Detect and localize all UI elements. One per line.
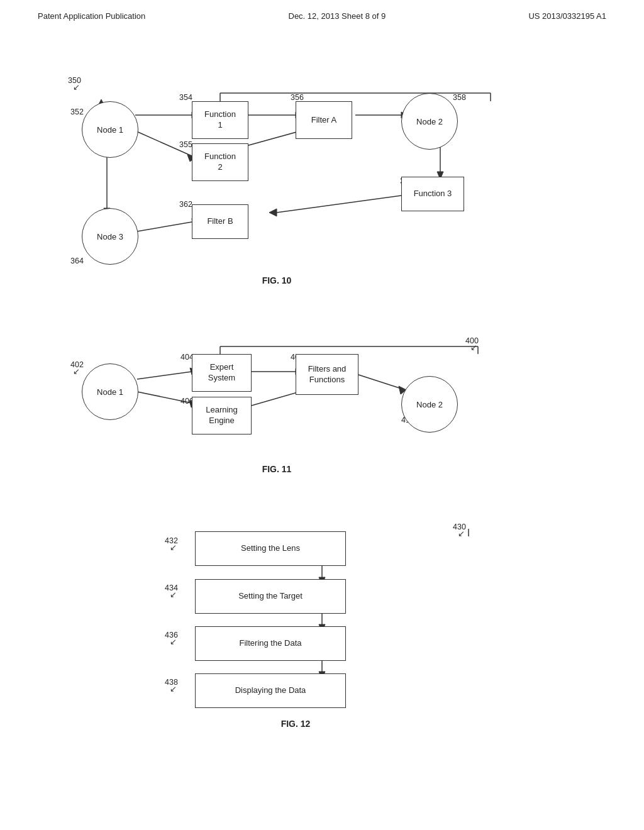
fig10-diagram: 350 ↙ 354 355 356 358 352 360 362 364 No…: [0, 33, 644, 304]
header-middle: Dec. 12, 2013 Sheet 8 of 9: [289, 11, 386, 21]
fig12-step2-label: Setting the Target: [238, 591, 303, 602]
fig11-learning-label: LearningEngine: [206, 405, 238, 426]
fig10-filterB-label: Filter B: [207, 216, 233, 227]
fig10-label-356: 356: [291, 93, 304, 102]
fig11-node1-label: Node 1: [97, 387, 123, 397]
fig10-label-355: 355: [179, 140, 192, 149]
fig12-step4-label: Displaying the Data: [235, 685, 306, 696]
svg-marker-13: [269, 209, 277, 216]
svg-line-12: [277, 194, 415, 213]
svg-line-16: [137, 222, 192, 231]
fig10-node3: Node 3: [82, 208, 138, 265]
fig11-node2-label: Node 2: [416, 400, 443, 409]
fig10-label-354: 354: [179, 93, 192, 102]
fig12-step1-label: Setting the Lens: [241, 543, 300, 554]
fig10-label-358: 358: [453, 93, 466, 102]
page: Patent Application Publication Dec. 12, …: [0, 0, 644, 830]
fig11-node2: Node 2: [401, 376, 458, 433]
page-header: Patent Application Publication Dec. 12, …: [0, 0, 644, 27]
fig10-func2-label: Function2: [204, 152, 236, 173]
fig10-node2-label: Node 2: [416, 117, 443, 126]
fig10-filterA: Filter A: [296, 101, 352, 139]
fig12-step3: Filtering the Data: [195, 626, 346, 661]
fig12-step4: Displaying the Data: [195, 673, 346, 708]
fig10-filterB: Filter B: [192, 204, 248, 239]
fig11-caption: FIG. 11: [214, 464, 340, 474]
fig11-expert-label: ExpertSystem: [208, 362, 235, 384]
fig10-func2: Function2: [192, 143, 248, 181]
fig10-func1: Function1: [192, 101, 248, 139]
fig11-filters-label: Filters andFunctions: [308, 364, 347, 385]
svg-line-30: [358, 375, 401, 389]
fig12-step3-label: Filtering the Data: [240, 638, 302, 649]
header-right: US 2013/0332195 A1: [528, 11, 606, 21]
fig11-node1: Node 1: [82, 363, 138, 420]
fig11-expert: ExpertSystem: [192, 354, 252, 392]
fig12-step2: Setting the Target: [195, 579, 346, 614]
svg-line-22: [137, 372, 192, 379]
fig12-caption: FIG. 12: [233, 719, 358, 729]
fig10-node3-label: Node 3: [97, 232, 123, 241]
fig11-diagram: 400 ↙ 402 ↙ 404 406 408 410 Node 1 Exper…: [0, 304, 644, 511]
fig10-label-364: 364: [70, 257, 84, 265]
fig10-label-352: 352: [70, 108, 84, 116]
fig10-func1-label: Function1: [204, 109, 236, 131]
fig10-label-362: 362: [179, 200, 192, 209]
fig10-caption: FIG. 10: [214, 275, 340, 285]
header-left: Patent Application Publication: [38, 11, 145, 21]
fig10-func3-label: Function 3: [414, 189, 452, 199]
fig10-func3: Function 3: [401, 177, 464, 211]
fig10-node1-label: Node 1: [97, 125, 123, 135]
fig10-node2: Node 2: [401, 93, 458, 150]
fig12-step1: Setting the Lens: [195, 531, 346, 566]
fig11-learning: LearningEngine: [192, 397, 252, 434]
fig11-filters: Filters andFunctions: [296, 354, 358, 395]
fig10-filterA-label: Filter A: [311, 115, 336, 126]
fig12-diagram: 430 ↙ 432 ↙ Setting the Lens 434 ↙ Setti…: [0, 511, 644, 775]
fig10-node1: Node 1: [82, 101, 138, 158]
